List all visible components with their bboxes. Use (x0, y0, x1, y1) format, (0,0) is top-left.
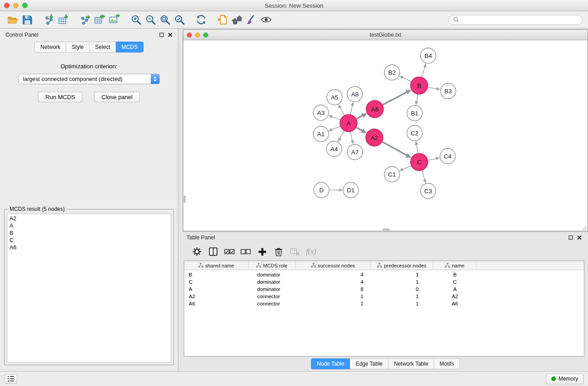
resize-grip-icon[interactable] (582, 225, 587, 230)
home-button[interactable] (230, 13, 244, 27)
apply-layout-button[interactable] (194, 13, 208, 27)
graph-edge-A6-B[interactable] (383, 92, 407, 105)
table-row-B[interactable]: Bdominator41B (184, 271, 584, 278)
import-table-button[interactable] (56, 13, 71, 27)
criterion-dropdown[interactable]: largest connected component (directed) (19, 74, 160, 84)
network-minimize-button[interactable] (195, 33, 200, 38)
run-mcds-button[interactable]: Run MCDS (38, 92, 82, 102)
table-tab-node-table[interactable]: Node Table (311, 358, 350, 369)
graph-edge-A-A1[interactable] (332, 126, 340, 129)
horizontal-scrollbar-thumb[interactable] (382, 229, 390, 230)
graph-node-A8[interactable]: A8 (347, 86, 363, 102)
graph-edge-A2-C[interactable] (382, 142, 407, 156)
import-network-button[interactable] (42, 13, 56, 27)
close-window-button[interactable] (4, 3, 10, 8)
save-session-button[interactable] (20, 13, 34, 27)
apply-style-button[interactable] (244, 13, 259, 27)
graph-node-B3[interactable]: B3 (440, 83, 456, 99)
create-column-button[interactable] (255, 245, 269, 258)
graph-edge-B-B1[interactable] (416, 95, 418, 102)
task-history-button[interactable] (5, 374, 17, 384)
open-session-button[interactable] (5, 13, 20, 27)
graph-edge-A-A7[interactable] (350, 132, 352, 141)
mcds-result-item[interactable]: A2 (10, 215, 168, 222)
column-header-predecessor-nodes[interactable]: predecessor nodes (371, 261, 433, 270)
graph-edge-A-A4[interactable] (340, 131, 344, 138)
graph-edge-A-A8[interactable] (350, 105, 352, 114)
graph-node-B1[interactable]: B1 (407, 105, 422, 121)
table-settings-button[interactable] (190, 245, 204, 258)
graph-node-C2[interactable]: C2 (407, 125, 422, 141)
mcds-result-item[interactable]: C (10, 237, 168, 244)
search-input[interactable] (461, 17, 578, 23)
graph-edge-A-A3[interactable] (332, 117, 340, 120)
column-header-successor-nodes[interactable]: successor nodes (296, 261, 371, 270)
function-builder-button[interactable]: f(x) (306, 248, 316, 256)
close-panel-button[interactable]: Close panel (94, 92, 140, 102)
graph-edge-C-C3[interactable] (422, 171, 425, 180)
table-row-A[interactable]: Adominator80A (184, 286, 584, 293)
control-panel-close-button[interactable] (168, 33, 172, 37)
graph-node-A1[interactable]: A1 (313, 126, 329, 142)
column-header-shared-name[interactable]: shared name (184, 261, 249, 270)
mcds-result-item[interactable]: A (10, 222, 168, 229)
tab-network[interactable]: Network (34, 42, 66, 52)
graph-node-C1[interactable]: C1 (384, 167, 400, 182)
table-panel-close-button[interactable] (577, 235, 582, 240)
tab-mcds[interactable]: MCDS (116, 42, 143, 52)
graph-node-D[interactable]: D (314, 182, 329, 198)
vertical-scrollbar-thumb[interactable] (184, 195, 186, 203)
graph-node-B[interactable]: B (411, 77, 428, 94)
unselect-all-columns-button[interactable] (239, 245, 253, 258)
table-row-A2[interactable]: A2connector11A2 (184, 293, 584, 300)
graph-node-B4[interactable]: B4 (421, 48, 436, 63)
table-row-C[interactable]: Cdominator41C (184, 278, 584, 286)
graph-edge-C-C2[interactable] (416, 145, 418, 153)
graph-node-B2[interactable]: B2 (384, 65, 400, 80)
graph-edge-C-C4[interactable] (428, 158, 436, 160)
graph-edge-B-B4[interactable] (422, 67, 425, 77)
export-image-button[interactable] (107, 13, 121, 27)
graph-edge-A-A5[interactable] (340, 108, 344, 115)
table-tab-network-table[interactable]: Network Table (388, 358, 434, 369)
network-zoom-button[interactable] (203, 33, 208, 38)
graph-edge-A-A2[interactable] (356, 128, 362, 131)
minimize-window-button[interactable] (13, 3, 19, 8)
graph-node-A5[interactable]: A5 (327, 90, 342, 105)
column-header-MCDS-role[interactable]: MCDS role (249, 261, 296, 270)
export-network-button[interactable] (78, 13, 92, 27)
delete-columns-button[interactable] (272, 245, 285, 258)
graph-node-A3[interactable]: A3 (313, 105, 329, 120)
table-row-A6[interactable]: A6connector11A6 (184, 300, 584, 307)
duplicate-network-button[interactable] (215, 13, 230, 27)
network-canvas[interactable]: B4B2BB3A8A5A6A3B1AC2A1A2A4A7C4CC1DD1C3 (183, 40, 588, 231)
graph-node-A2[interactable]: A2 (366, 129, 383, 146)
tab-select[interactable]: Select (90, 42, 116, 52)
graph-node-C4[interactable]: C4 (440, 148, 455, 164)
network-close-button[interactable] (187, 33, 192, 38)
table-tab-motifs[interactable]: Motifs (434, 358, 460, 369)
tab-style[interactable]: Style (66, 42, 90, 52)
memory-button[interactable]: Memory (546, 374, 583, 384)
show-columns-button[interactable] (206, 245, 220, 258)
graph-node-A6[interactable]: A6 (366, 100, 383, 118)
graph-node-C3[interactable]: C3 (421, 183, 436, 199)
graph-node-A[interactable]: A (340, 114, 357, 132)
zoom-in-button[interactable] (129, 13, 143, 27)
select-all-columns-button[interactable] (223, 245, 236, 258)
table-panel-float-button[interactable] (569, 235, 573, 240)
export-table-button[interactable] (92, 13, 107, 27)
zoom-selected-button[interactable] (172, 13, 186, 27)
column-header-name[interactable]: name (433, 261, 477, 270)
zoom-fit-button[interactable] (158, 13, 172, 27)
graph-node-A4[interactable]: A4 (326, 141, 342, 157)
show-graphics-details-button[interactable] (259, 13, 273, 27)
graph-edge-A-A6[interactable] (357, 116, 363, 119)
zoom-out-button[interactable] (143, 13, 158, 27)
graph-edge-B-B3[interactable] (428, 87, 437, 89)
graph-node-C[interactable]: C (411, 153, 428, 171)
mcds-result-list[interactable]: A2ABCA6 (7, 214, 171, 362)
graph-edge-B-B2[interactable] (402, 77, 411, 81)
delete-table-button[interactable] (288, 245, 301, 258)
mcds-result-item[interactable]: A6 (10, 244, 168, 251)
